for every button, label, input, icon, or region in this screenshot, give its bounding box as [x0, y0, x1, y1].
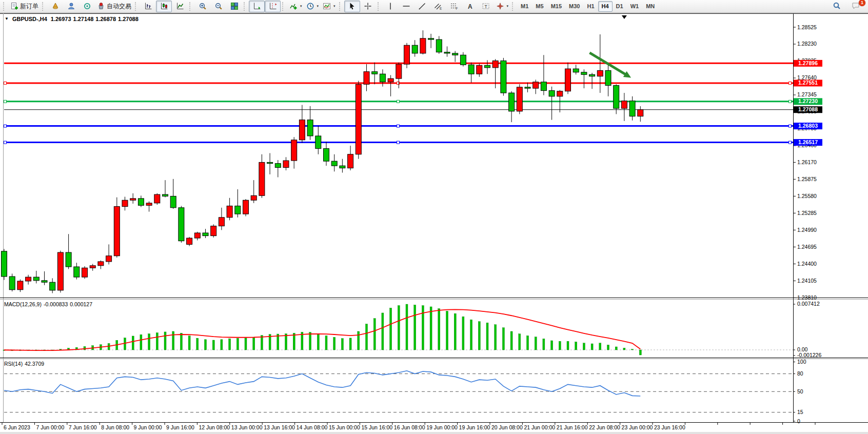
candle-body[interactable]: [428, 38, 434, 40]
candle-body[interactable]: [581, 72, 587, 74]
candle-body[interactable]: [267, 162, 273, 163]
chart-shift-button[interactable]: [265, 1, 281, 12]
crosshair-button[interactable]: [360, 1, 376, 12]
autotrade-button[interactable]: 自动交易: [95, 1, 133, 12]
candle-body[interactable]: [227, 206, 232, 217]
bar-chart-button[interactable]: [140, 1, 156, 12]
timeframe-h4-button[interactable]: H4: [598, 1, 613, 12]
candle-body[interactable]: [501, 61, 506, 93]
line-handle[interactable]: [4, 100, 7, 103]
candle-body[interactable]: [364, 72, 369, 85]
line-handle[interactable]: [4, 141, 7, 144]
candle-body[interactable]: [380, 74, 385, 82]
candle-body[interactable]: [283, 161, 289, 167]
styler-button[interactable]: [47, 1, 63, 12]
candle-body[interactable]: [299, 120, 305, 140]
candle-body[interactable]: [533, 82, 539, 88]
candle-body[interactable]: [492, 61, 498, 67]
candle-body[interactable]: [90, 266, 95, 268]
horizontal-line-button[interactable]: [399, 1, 415, 12]
candle-body[interactable]: [549, 91, 555, 96]
signals-button[interactable]: [79, 1, 95, 12]
candle-body[interactable]: [98, 262, 104, 266]
candle-body[interactable]: [331, 161, 337, 166]
search-button[interactable]: [828, 1, 844, 12]
candle-body[interactable]: [388, 78, 393, 82]
candle-body[interactable]: [66, 252, 71, 267]
line-handle[interactable]: [789, 100, 792, 103]
candle-body[interactable]: [589, 74, 595, 76]
candle-body[interactable]: [291, 140, 297, 161]
candlestick-chart-button[interactable]: [156, 1, 172, 12]
timeframe-m15-button[interactable]: M15: [547, 1, 565, 12]
candle-body[interactable]: [565, 69, 571, 91]
line-handle[interactable]: [789, 125, 792, 127]
line-chart-button[interactable]: [172, 1, 188, 12]
candle-body[interactable]: [50, 282, 55, 290]
candle-body[interactable]: [33, 277, 39, 281]
candle-body[interactable]: [621, 101, 627, 109]
candle-body[interactable]: [477, 65, 482, 74]
timeframe-w1-button[interactable]: W1: [627, 1, 643, 12]
candle-body[interactable]: [74, 267, 80, 277]
candle-body[interactable]: [9, 277, 15, 290]
timeframe-m30-button[interactable]: M30: [565, 1, 583, 12]
candle-body[interactable]: [597, 70, 603, 76]
templates-button[interactable]: ▾: [321, 1, 338, 12]
periods-button[interactable]: ▾: [304, 1, 321, 12]
line-handle[interactable]: [4, 82, 7, 84]
candle-body[interactable]: [452, 53, 458, 55]
indicators-button[interactable]: ▾: [287, 1, 304, 12]
candle-body[interactable]: [509, 93, 515, 111]
trendline-button[interactable]: [415, 1, 430, 12]
candle-body[interactable]: [485, 65, 490, 67]
candle-body[interactable]: [42, 281, 47, 282]
candle-body[interactable]: [348, 154, 353, 168]
candle-body[interactable]: [203, 233, 208, 236]
candle-body[interactable]: [614, 86, 619, 109]
candle-body[interactable]: [259, 162, 265, 195]
candle-body[interactable]: [187, 238, 192, 244]
candle-body[interactable]: [468, 65, 474, 74]
candle-body[interactable]: [146, 203, 152, 205]
timeframe-m1-button[interactable]: M1: [517, 1, 532, 12]
chart-collapse-icon[interactable]: ▼: [5, 16, 9, 22]
line-handle[interactable]: [397, 100, 400, 103]
candle-body[interactable]: [219, 218, 224, 226]
timeframe-mn-button[interactable]: MN: [642, 1, 658, 12]
candle-body[interactable]: [436, 40, 442, 52]
candle-body[interactable]: [315, 136, 321, 149]
candle-body[interactable]: [154, 194, 160, 203]
candle-body[interactable]: [179, 208, 184, 241]
candle-body[interactable]: [114, 207, 120, 256]
vertical-line-button[interactable]: [383, 1, 399, 12]
candle-body[interactable]: [420, 38, 426, 53]
community-button[interactable]: [63, 1, 79, 12]
candle-body[interactable]: [251, 195, 257, 200]
zoom-in-button[interactable]: [194, 1, 210, 12]
chart-background[interactable]: [0, 13, 868, 434]
zoom-out-button[interactable]: [210, 1, 226, 12]
candle-body[interactable]: [629, 101, 635, 116]
candle-body[interactable]: [307, 120, 313, 136]
candle-body[interactable]: [211, 226, 216, 236]
equidistant-channel-button[interactable]: E: [430, 1, 446, 12]
candle-body[interactable]: [2, 251, 7, 277]
candle-body[interactable]: [460, 55, 466, 65]
candle-body[interactable]: [404, 45, 410, 64]
line-handle[interactable]: [4, 125, 7, 127]
candle-body[interactable]: [605, 70, 611, 85]
candle-body[interactable]: [170, 196, 176, 207]
candle-body[interactable]: [324, 149, 329, 162]
candle-body[interactable]: [163, 194, 168, 196]
price-chart-svg[interactable]: 1.285251.282301.279351.276401.273451.270…: [0, 13, 868, 434]
candle-body[interactable]: [340, 166, 345, 168]
candle-body[interactable]: [243, 200, 249, 214]
candle-body[interactable]: [130, 199, 136, 200]
candle-body[interactable]: [122, 200, 128, 206]
timeframe-m5-button[interactable]: M5: [532, 1, 547, 12]
candle-body[interactable]: [372, 72, 378, 74]
text-label-button[interactable]: T: [478, 1, 494, 12]
candle-body[interactable]: [106, 256, 112, 262]
candle-body[interactable]: [275, 164, 281, 168]
